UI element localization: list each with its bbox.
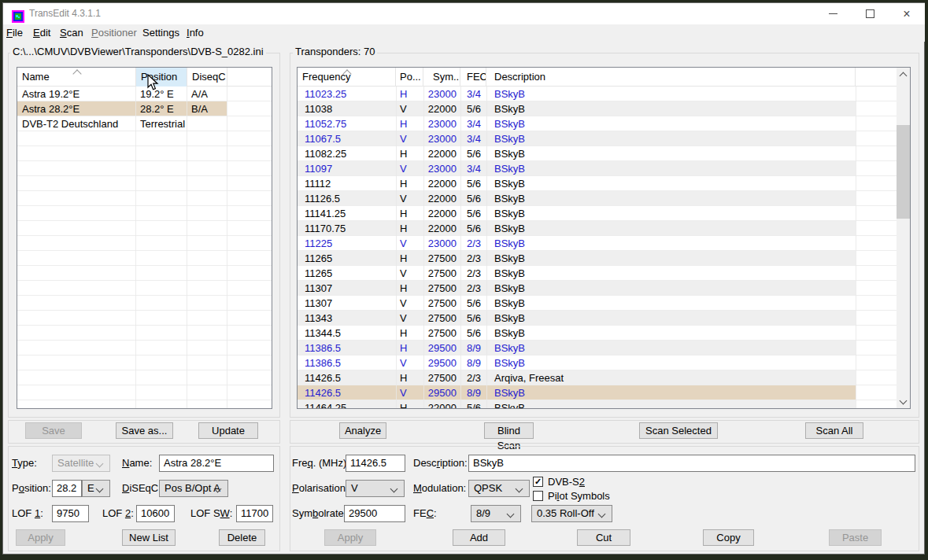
satellite-list-header: Name Position DiseqC xyxy=(17,68,272,87)
transponder-row[interactable]: 11141.25H220005/6BSkyB xyxy=(298,206,897,221)
dvbs2-label: DVB-S2 xyxy=(548,476,585,488)
scroll-down-button[interactable] xyxy=(897,395,910,408)
copy-button[interactable]: Copy xyxy=(703,529,754,546)
transponder-row[interactable]: 11112H220005/6BSkyB xyxy=(298,176,897,191)
fec-select[interactable]: 8/9 xyxy=(471,505,521,522)
column-header-polarisation[interactable]: Po... xyxy=(396,68,423,87)
lof2-field[interactable]: 10600 xyxy=(136,505,175,522)
transponder-row[interactable]: 11426.5V295008/9BSkyB xyxy=(298,385,897,400)
satellite-row[interactable]: DVB-T2 DeutschlandTerrestrial xyxy=(17,116,272,131)
modulation-select[interactable]: QPSK xyxy=(468,480,530,497)
transponder-row[interactable]: 11038V220005/6BSkyB xyxy=(298,101,897,116)
p-cell: V xyxy=(400,193,407,204)
s-cell: 23000 xyxy=(423,133,457,145)
menu-item-info[interactable]: Info xyxy=(187,24,204,42)
vertical-scrollbar[interactable] xyxy=(897,68,910,408)
fec-cell: 8/9 xyxy=(467,387,481,399)
column-header-symbolrate[interactable]: Sym... xyxy=(423,68,460,87)
transponder-row[interactable]: 11344.5H275005/6BSkyB xyxy=(298,326,897,341)
update-button[interactable]: Update xyxy=(198,422,258,439)
rolloff-select[interactable]: 0.35 Roll-Off xyxy=(531,505,612,522)
s-cell: 29500 xyxy=(423,357,457,369)
s-cell: 23000 xyxy=(423,88,457,100)
cut-button[interactable]: Cut xyxy=(577,529,630,546)
transponder-row[interactable]: 11386.5H295008/9BSkyB xyxy=(298,341,897,356)
scan-selected-button[interactable]: Scan Selected xyxy=(639,422,718,439)
add-button[interactable]: Add xyxy=(453,529,505,546)
titlebar: TransEdit 4.3.1.1 xyxy=(3,3,925,24)
dvbs2-checkbox[interactable]: ✓ xyxy=(533,477,543,487)
menu-item-edit[interactable]: Edit xyxy=(33,24,50,42)
s-cell: 22000 xyxy=(423,193,457,204)
p-cell: V xyxy=(400,133,407,145)
blind-scan-button[interactable]: Blind Scan xyxy=(484,422,534,439)
transponder-row[interactable]: 11265V275002/3BSkyB xyxy=(298,266,897,281)
d-cell: BSkyB xyxy=(494,267,525,279)
transponder-row[interactable]: 11126.5V220005/6BSkyB xyxy=(298,191,897,206)
transponder-row[interactable]: 11067.5V230003/4BSkyB xyxy=(298,131,897,146)
close-button[interactable]: × xyxy=(889,3,925,24)
column-header-diseqc[interactable]: DiseqC xyxy=(187,68,227,87)
transponder-row[interactable]: 11225V230002/3BSkyB xyxy=(298,236,897,251)
transponder-row[interactable]: 11265H275002/3BSkyB xyxy=(298,251,897,266)
scrollbar-thumb[interactable] xyxy=(897,125,910,219)
f-cell: 11038 xyxy=(305,103,332,115)
description-field[interactable]: BSkyB xyxy=(468,455,915,472)
p-cell: H xyxy=(400,372,407,384)
menu-item-settings[interactable]: Settings xyxy=(142,24,179,42)
fec-cell: 8/9 xyxy=(467,357,481,369)
lofsw-field[interactable]: 11700 xyxy=(236,505,273,522)
transponder-row[interactable]: 11023.25H230003/4BSkyB xyxy=(298,87,897,101)
transponder-row[interactable]: 11343V275005/6BSkyB xyxy=(298,311,897,326)
minimize-button[interactable] xyxy=(815,3,852,24)
fec-cell: 5/6 xyxy=(467,327,481,339)
transponder-row[interactable]: 11170.75H220005/6BSkyB xyxy=(298,221,897,236)
p-cell: V xyxy=(400,267,407,279)
transponder-row[interactable]: 11052.75H230003/4BSkyB xyxy=(298,116,897,131)
freq-field[interactable]: 11426.5 xyxy=(346,455,405,472)
transponder-row[interactable]: 11386.5V295008/9BSkyB xyxy=(298,356,897,370)
menu-item-scan[interactable]: Scan xyxy=(60,24,83,42)
name-field[interactable]: Astra 28.2°E xyxy=(159,455,274,472)
d-cell: BSkyB xyxy=(494,223,525,234)
polarisation-select[interactable]: V xyxy=(346,480,405,497)
delete-button[interactable]: Delete xyxy=(219,529,265,546)
direction-select[interactable]: E xyxy=(82,480,110,497)
scroll-up-button[interactable] xyxy=(897,68,910,81)
f-cell: 11426.5 xyxy=(305,372,341,384)
fec-cell: 2/3 xyxy=(467,282,481,294)
column-header-position[interactable]: Position xyxy=(136,68,187,87)
s-cell: 23000 xyxy=(423,118,457,130)
diseqc-select[interactable]: Pos B/Opt A xyxy=(159,480,228,497)
transponder-row[interactable]: 11097V230003/4BSkyB xyxy=(298,161,897,176)
menu-item-file[interactable]: File xyxy=(6,24,23,42)
column-header-description[interactable]: Description xyxy=(486,68,856,87)
scan-all-button[interactable]: Scan All xyxy=(805,422,863,439)
pilot-symbols-checkbox[interactable] xyxy=(533,491,543,501)
satellite-row[interactable]: Astra 19.2°E19.2° EA/A xyxy=(17,87,272,101)
p-cell: V xyxy=(400,387,407,399)
transponder-row[interactable]: 11307H275002/3BSkyB xyxy=(298,281,897,296)
satellite-row[interactable]: Astra 28.2°E28.2° EB/A xyxy=(17,101,272,116)
transponder-row[interactable]: 11307V275005/6BSkyB xyxy=(298,296,897,311)
f-cell: 11170.75 xyxy=(305,223,346,234)
transponder-row[interactable]: 11464.25H220005/6BSkyB xyxy=(298,400,897,408)
transponder-row[interactable]: 11082.25H220005/6BSkyB xyxy=(298,146,897,161)
analyze-button[interactable]: Analyze xyxy=(339,422,386,439)
p-cell: H xyxy=(400,118,407,130)
d-cell: BSkyB xyxy=(494,148,525,160)
f-cell: 11307 xyxy=(305,282,332,294)
lof1-field[interactable]: 9750 xyxy=(52,505,89,522)
p-cell: H xyxy=(400,282,407,294)
d-cell: BSkyB xyxy=(494,238,525,249)
transponder-row[interactable]: 11426.5H275002/3Arqiva, Freesat xyxy=(298,370,897,385)
position-field[interactable]: 28.2 xyxy=(52,480,82,497)
description-label: Description: xyxy=(413,455,468,472)
symbolrate-field[interactable]: 29500 xyxy=(344,505,405,522)
column-header-fec[interactable]: FEC xyxy=(460,68,486,87)
save-as-button[interactable]: Save as... xyxy=(116,422,173,439)
fec-label: FEC: xyxy=(413,505,437,522)
fec-cell: 3/4 xyxy=(467,118,481,130)
maximize-button[interactable] xyxy=(852,3,889,24)
new-list-button[interactable]: New List xyxy=(122,529,176,546)
